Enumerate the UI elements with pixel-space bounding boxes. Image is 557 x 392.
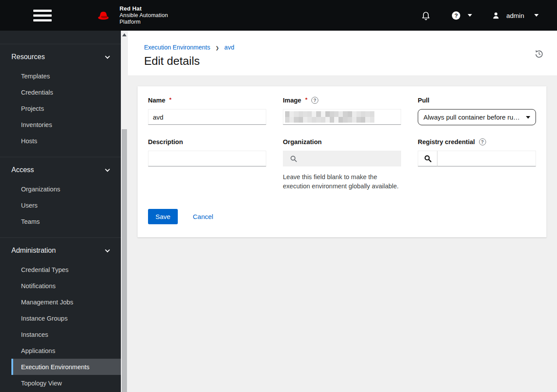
history-button[interactable] — [534, 49, 544, 60]
sidebar-group-access[interactable]: Access — [0, 162, 121, 178]
organization-label: Organization — [283, 138, 401, 145]
page-title: Edit details — [144, 54, 544, 68]
sidebar-group-label: Resources — [11, 53, 45, 61]
image-help-icon[interactable]: ? — [311, 97, 318, 104]
redhat-fedora-icon — [96, 9, 114, 21]
sidebar-item-credentials[interactable]: Credentials — [11, 84, 121, 100]
chevron-down-icon — [526, 116, 530, 119]
image-label: Image * ? — [283, 97, 401, 104]
sidebar-group-resources[interactable]: Resources — [0, 49, 121, 65]
cancel-button[interactable]: Cancel — [193, 213, 213, 220]
scrollbar-thumb[interactable] — [122, 129, 127, 392]
breadcrumb-link-avd[interactable]: avd — [224, 44, 234, 51]
pull-select[interactable]: Always pull container before running — [418, 109, 536, 125]
brand-text: Red Hat Ansible Automation Platform — [120, 5, 168, 25]
sidebar-item-execution-environments[interactable]: Execution Environments — [11, 359, 121, 375]
name-input[interactable] — [148, 109, 266, 125]
description-field: Description — [148, 138, 266, 191]
pull-selected-value: Always pull container before running — [423, 113, 522, 121]
save-button[interactable]: Save — [148, 209, 178, 224]
sidebar-group-label: Administration — [11, 247, 56, 254]
sidebar-item-projects[interactable]: Projects — [11, 100, 121, 117]
sidebar-section-access: AccessOrganizationsUsersTeams — [0, 157, 121, 237]
chevron-down-icon — [105, 247, 110, 252]
sidebar-item-hosts[interactable]: Hosts — [11, 133, 121, 149]
sidebar-item-instance-groups[interactable]: Instance Groups — [11, 310, 121, 326]
registry-credential-input[interactable] — [437, 151, 536, 166]
organization-helper-text: Leave this field blank to make the execu… — [283, 173, 401, 191]
masthead: Red Hat Ansible Automation Platform ? — [0, 0, 557, 31]
sidebar-item-notifications[interactable]: Notifications — [11, 278, 121, 294]
sidebar-group-label: Access — [11, 166, 34, 174]
nav-toggle-button[interactable] — [33, 9, 53, 22]
chevron-down-icon — [468, 14, 472, 17]
required-asterisk: * — [305, 96, 307, 103]
sidebar-item-management-jobs[interactable]: Management Jobs — [11, 294, 121, 310]
question-circle-icon: ? — [452, 11, 460, 20]
description-label-text: Description — [148, 138, 183, 145]
page-header: Execution Environments ❯ avd Edit detail… — [128, 31, 557, 75]
registry-credential-search-button[interactable] — [418, 151, 437, 166]
sidebar-section-administration: AdministrationCredential TypesNotificati… — [0, 237, 121, 392]
breadcrumb: Execution Environments ❯ avd — [144, 44, 544, 51]
organization-field: Organization Leave this field blank to m… — [283, 138, 401, 191]
app-window: Red Hat Ansible Automation Platform ? — [0, 0, 557, 392]
image-label-text: Image — [283, 97, 301, 104]
organization-label-text: Organization — [283, 138, 322, 145]
history-icon — [534, 49, 544, 59]
bell-icon — [422, 11, 430, 20]
description-label: Description — [148, 138, 266, 145]
registry-credential-help-icon[interactable]: ? — [479, 138, 486, 145]
hamburger-icon — [33, 14, 52, 17]
help-menu-button[interactable]: ? — [452, 11, 472, 20]
main-panel: Execution Environments ❯ avd Edit detail… — [128, 31, 557, 392]
user-menu-button[interactable]: admin — [492, 12, 539, 19]
sidebar-item-inventories[interactable]: Inventories — [11, 117, 121, 133]
notifications-button[interactable] — [422, 11, 430, 20]
sidebar-item-credential-types[interactable]: Credential Types — [11, 261, 121, 278]
brand-line-1: Red Hat — [120, 5, 168, 12]
sidebar-item-applications[interactable]: Applications — [11, 343, 121, 359]
sidebar-item-teams[interactable]: Teams — [11, 213, 121, 230]
registry-credential-field: Registry credential ? — [418, 138, 536, 191]
image-input[interactable] — [283, 109, 401, 125]
username-label: admin — [506, 12, 524, 19]
chevron-down-icon — [105, 167, 110, 172]
hamburger-icon — [33, 19, 52, 21]
name-field: Name * — [148, 97, 266, 125]
content-area: Name * Image * ? — [128, 75, 557, 392]
search-icon — [290, 155, 297, 162]
edit-details-card: Name * Image * ? — [137, 86, 546, 237]
chevron-down-icon — [534, 14, 539, 17]
chevron-down-icon — [105, 54, 110, 59]
brand-line-2: Ansible Automation — [120, 12, 168, 19]
image-field: Image * ? — [283, 97, 401, 125]
name-label-text: Name — [148, 97, 166, 104]
registry-credential-label-text: Registry credential — [418, 138, 475, 145]
user-icon — [492, 12, 500, 19]
redacted-image-value — [285, 111, 374, 123]
sidebar-section-resources: ResourcesTemplatesCredentialsProjectsInv… — [0, 44, 121, 157]
search-icon — [424, 155, 432, 162]
required-asterisk: * — [169, 96, 172, 103]
organization-lookup-input — [283, 151, 401, 166]
name-label: Name * — [148, 97, 266, 104]
pull-field: Pull Always pull container before runnin… — [418, 97, 536, 125]
pull-label: Pull — [418, 97, 536, 104]
scrollbar-up-arrow-icon[interactable] — [122, 33, 127, 36]
description-input[interactable] — [148, 151, 266, 166]
sidebar-item-organizations[interactable]: Organizations — [11, 181, 121, 197]
sidebar-item-instances[interactable]: Instances — [11, 326, 121, 343]
breadcrumb-separator-icon: ❯ — [215, 46, 219, 50]
sidebar-item-users[interactable]: Users — [11, 197, 121, 213]
sidebar-nav: ResourcesTemplatesCredentialsProjectsInv… — [0, 31, 121, 392]
registry-credential-label: Registry credential ? — [418, 138, 536, 145]
sidebar-group-administration[interactable]: Administration — [0, 242, 121, 259]
brand-logo[interactable]: Red Hat Ansible Automation Platform — [96, 5, 168, 25]
sidebar-item-templates[interactable]: Templates — [11, 68, 121, 84]
hamburger-icon — [33, 10, 52, 12]
brand-line-3: Platform — [120, 19, 168, 25]
sidebar-item-topology-view[interactable]: Topology View — [11, 375, 121, 391]
sidebar-scrollbar[interactable] — [121, 31, 128, 392]
breadcrumb-link-execution-environments[interactable]: Execution Environments — [144, 44, 210, 51]
